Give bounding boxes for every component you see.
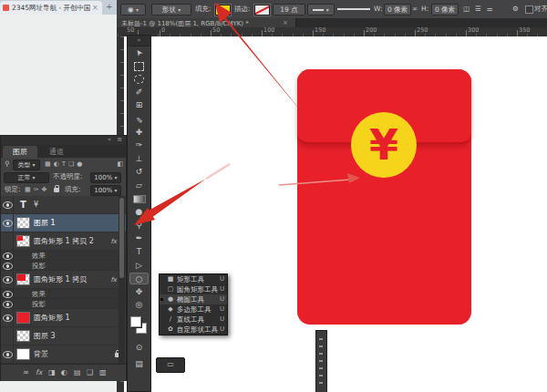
eye-icon[interactable]	[3, 291, 13, 298]
layer-row[interactable]: 背景	[1, 346, 126, 364]
clone-stamp-tool[interactable]: ⊥	[129, 153, 149, 165]
layer-effect-row[interactable]: 投影	[1, 299, 126, 309]
marquee-tool[interactable]	[129, 60, 149, 72]
search-icon[interactable]: ⚲	[5, 158, 10, 170]
flyout-item-椭圆工具[interactable]: ●椭圆工具U	[160, 294, 227, 304]
foreground-color-swatch[interactable]	[130, 316, 141, 327]
path-alignment-icon[interactable]: ☰	[475, 5, 481, 13]
visibility-cell[interactable]	[1, 261, 14, 270]
hand-tool[interactable]: ✥	[129, 286, 149, 298]
visibility-cell[interactable]	[1, 327, 14, 345]
zoom-tool[interactable]: ◎	[129, 299, 149, 311]
lock-pixels-icon[interactable]: ✑	[34, 186, 42, 193]
flyout-item-矩形工具[interactable]: ■矩形工具U	[160, 274, 227, 284]
visibility-cell[interactable]	[1, 299, 14, 308]
visibility-cell[interactable]	[1, 271, 14, 288]
layer-row[interactable]: 圆角矩形 1	[1, 309, 126, 327]
eye-icon[interactable]	[3, 276, 13, 284]
gear-icon[interactable]: ⚙	[512, 0, 519, 18]
path-selection-tool[interactable]: ▷	[129, 260, 149, 272]
tab-channels[interactable]: 通道	[39, 146, 74, 158]
healing-brush-tool[interactable]: ✚	[129, 127, 149, 139]
tool-preset-picker[interactable]: ◉ ▾	[120, 4, 146, 15]
layer-effect-row[interactable]: 效果	[1, 289, 126, 299]
layer-style-icon[interactable]: fx	[36, 365, 43, 380]
visibility-cell[interactable]	[1, 214, 14, 232]
layer-row[interactable]: 图层 1	[1, 214, 126, 232]
new-layer-icon[interactable]: ❏	[87, 365, 93, 380]
move-tool[interactable]: ➤	[129, 46, 149, 58]
tool-mode-select[interactable]: 形状 ▾	[151, 4, 191, 15]
type-tool[interactable]: T	[129, 246, 149, 258]
lock-transparent-icon[interactable]: ▦	[25, 186, 34, 193]
browser-new-tab-button[interactable]: +	[106, 2, 113, 11]
layer-row[interactable]: T¥	[1, 196, 126, 214]
height-input[interactable]: 0 像素	[431, 4, 459, 15]
collapse-panel-icon[interactable]: «	[108, 136, 111, 144]
visibility-cell[interactable]	[1, 196, 14, 213]
eye-icon[interactable]	[3, 301, 13, 308]
link-dimensions-icon[interactable]: ∞	[412, 0, 418, 18]
fx-badge[interactable]: fx	[110, 232, 117, 251]
lock-position-icon[interactable]: ✥	[42, 186, 50, 193]
width-input[interactable]: 0 像素	[384, 4, 411, 15]
pen-tool[interactable]: ✒	[129, 232, 149, 244]
eye-icon[interactable]	[3, 263, 13, 270]
stroke-width-select[interactable]: 19 点	[273, 4, 305, 15]
filter-smart-icon[interactable]: ●	[77, 160, 85, 168]
visibility-cell[interactable]	[1, 232, 14, 250]
lasso-tool[interactable]	[129, 73, 149, 85]
opacity-input[interactable]: 100% ▾	[90, 172, 121, 183]
brush-tool[interactable]: ✑	[129, 139, 149, 151]
flyout-item-直线工具[interactable]: ∕直线工具U	[160, 315, 227, 325]
shape-tool[interactable]: ○	[129, 273, 149, 284]
browser-tab[interactable]: 2345网址导航 - 开创中国百年… ×	[0, 1, 102, 15]
layer-row[interactable]: 图层 3	[1, 327, 126, 346]
quick-mask-button[interactable]: ⊙	[129, 342, 149, 354]
visibility-cell[interactable]	[1, 289, 14, 298]
layer-mask-icon[interactable]: ◨	[48, 365, 56, 380]
filter-type-icon[interactable]: T	[62, 160, 68, 168]
panel-menu-icon[interactable]: ≡	[117, 136, 122, 144]
scrollbar-thumb[interactable]	[119, 198, 124, 278]
visibility-cell[interactable]	[1, 346, 14, 363]
eye-icon[interactable]	[3, 315, 13, 322]
flyout-item-多边形工具[interactable]: ◆多边形工具U	[160, 304, 227, 315]
filter-pixel-icon[interactable]: ▦	[45, 160, 54, 168]
link-layers-icon[interactable]: ∞	[23, 365, 29, 380]
layer-group-icon[interactable]: ▤	[74, 365, 81, 380]
visibility-cell[interactable]	[1, 251, 14, 260]
filter-toggle-icon[interactable]: ◧	[117, 158, 123, 170]
layers-scrollbar[interactable]	[119, 196, 125, 364]
blur-tool[interactable]: ●	[129, 206, 149, 218]
eyedropper-tool[interactable]: ✎	[129, 113, 149, 125]
quick-selection-tool[interactable]: ✐	[129, 87, 149, 98]
filter-kind-select[interactable]: 类型 ▾	[13, 160, 40, 170]
gradient-tool[interactable]	[129, 193, 149, 205]
browser-tab-close-icon[interactable]: ×	[92, 4, 98, 12]
path-operations-icon[interactable]: ◫	[463, 5, 470, 13]
align-edges-checkbox[interactable]	[525, 5, 533, 14]
fill-input[interactable]: 100% ▾	[90, 185, 121, 196]
fill-color-swatch[interactable]	[215, 5, 231, 15]
crop-tool[interactable]: ⊞	[129, 99, 149, 111]
fx-badge[interactable]: fx	[110, 271, 117, 289]
blend-mode-select[interactable]: 正常 ▾	[4, 172, 49, 183]
layer-row[interactable]: 圆角矩形 1 拷贝fx▾	[1, 271, 126, 289]
layer-row[interactable]: 圆角矩形 1 拷贝 2fx▾	[1, 232, 126, 251]
flyout-item-自定形状工具[interactable]: ✿自定形状工具U	[160, 325, 227, 335]
dodge-tool[interactable]: ⚲	[129, 220, 149, 232]
stroke-style-select[interactable]: ▾	[307, 4, 335, 15]
document-close-icon[interactable]: ×	[283, 19, 288, 26]
tab-layers[interactable]: 图层	[3, 146, 37, 158]
flyout-item-圆角矩形工具[interactable]: ▢圆角矩形工具U	[160, 284, 227, 294]
tools-panel-grip[interactable]: »	[128, 36, 150, 46]
eye-icon[interactable]	[3, 253, 13, 260]
eye-icon[interactable]	[3, 201, 13, 209]
path-arrange-icon[interactable]: ⚌	[487, 5, 493, 13]
eraser-tool[interactable]: ▱	[129, 180, 149, 191]
lock-all-icon[interactable]	[54, 188, 59, 192]
stroke-color-swatch[interactable]	[254, 5, 270, 15]
eye-icon[interactable]	[3, 220, 13, 227]
visibility-cell[interactable]	[1, 309, 14, 326]
